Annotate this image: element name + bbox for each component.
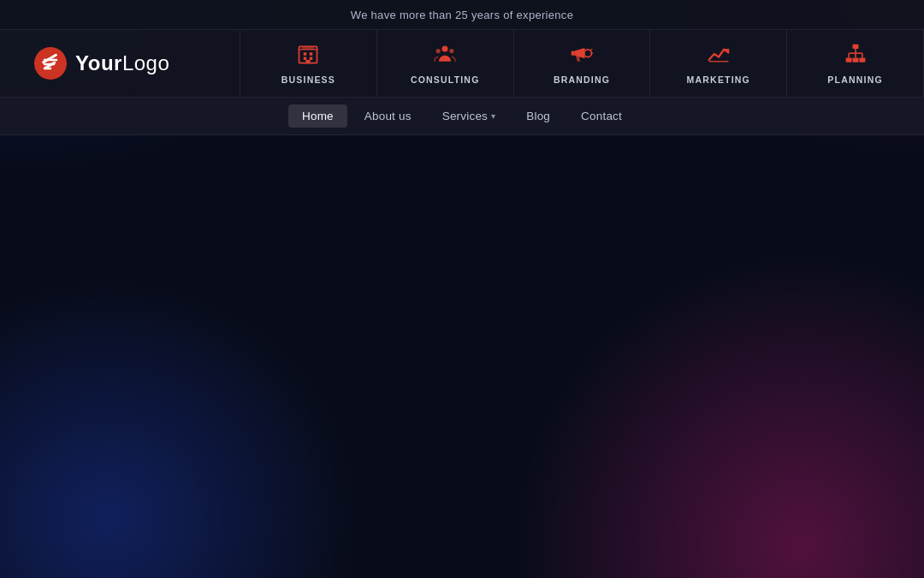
logo-text: YourLogo bbox=[75, 51, 169, 75]
logo-brand-part2: Logo bbox=[122, 51, 169, 74]
logo-area[interactable]: YourLogo bbox=[0, 30, 240, 97]
svg-rect-20 bbox=[845, 57, 851, 62]
logo-icon bbox=[34, 47, 67, 80]
bg-blob-bottom-right bbox=[513, 253, 924, 578]
service-item-consulting[interactable]: CONSULTING bbox=[377, 30, 514, 97]
service-item-branding[interactable]: BRANDING bbox=[514, 30, 651, 97]
nav-label-about: About us bbox=[364, 110, 412, 122]
service-label-branding: BRANDING bbox=[554, 74, 610, 85]
nav-item-contact[interactable]: Contact bbox=[567, 104, 636, 128]
main-nav: Home About us Services ▾ Blog Contact bbox=[288, 104, 636, 128]
nav-label-home: Home bbox=[302, 110, 334, 122]
bottom-nav: Home About us Services ▾ Blog Contact bbox=[0, 98, 924, 135]
logo-brand-part1: Your bbox=[75, 51, 122, 74]
building-icon bbox=[296, 42, 320, 69]
svg-point-11 bbox=[442, 45, 448, 51]
nav-item-services[interactable]: Services ▾ bbox=[429, 104, 510, 128]
logo-svg bbox=[41, 54, 60, 73]
svg-rect-5 bbox=[310, 52, 313, 56]
svg-point-13 bbox=[449, 49, 453, 53]
service-label-planning: PLANNING bbox=[827, 74, 882, 85]
nav-item-about[interactable]: About us bbox=[351, 104, 425, 128]
svg-rect-8 bbox=[306, 60, 311, 63]
service-label-business: BUSINESS bbox=[281, 74, 335, 85]
header: We have more than 25 years of experience… bbox=[0, 0, 924, 135]
svg-point-12 bbox=[436, 49, 441, 53]
service-item-planning[interactable]: PLANNING bbox=[787, 30, 924, 97]
svg-rect-4 bbox=[304, 52, 307, 56]
svg-rect-14 bbox=[572, 51, 575, 56]
svg-rect-19 bbox=[852, 45, 858, 49]
chart-icon bbox=[707, 42, 731, 69]
org-icon bbox=[844, 42, 868, 69]
services-nav: BUSINESS CONSULTING bbox=[240, 30, 924, 97]
main-header: YourLogo B bbox=[0, 30, 924, 98]
megaphone-icon bbox=[570, 42, 594, 69]
svg-rect-6 bbox=[304, 57, 307, 61]
chevron-down-icon: ▾ bbox=[491, 111, 495, 121]
bg-blob-bottom-left bbox=[0, 278, 359, 578]
nav-item-home[interactable]: Home bbox=[288, 104, 347, 128]
nav-item-blog[interactable]: Blog bbox=[512, 104, 564, 128]
nav-label-contact: Contact bbox=[581, 110, 622, 122]
svg-rect-21 bbox=[852, 57, 858, 62]
svg-line-16 bbox=[590, 49, 592, 51]
top-banner-text: We have more than 25 years of experience bbox=[351, 9, 573, 21]
nav-label-blog: Blog bbox=[526, 110, 550, 122]
service-item-marketing[interactable]: MARKETING bbox=[650, 30, 787, 97]
svg-rect-22 bbox=[859, 57, 865, 62]
svg-rect-7 bbox=[310, 57, 313, 61]
service-item-business[interactable]: BUSINESS bbox=[240, 30, 377, 97]
top-banner: We have more than 25 years of experience bbox=[0, 0, 924, 30]
people-icon bbox=[433, 42, 457, 69]
service-label-consulting: CONSULTING bbox=[411, 74, 480, 85]
service-label-marketing: MARKETING bbox=[687, 74, 750, 85]
svg-point-15 bbox=[584, 50, 592, 57]
nav-label-services: Services bbox=[442, 110, 488, 122]
